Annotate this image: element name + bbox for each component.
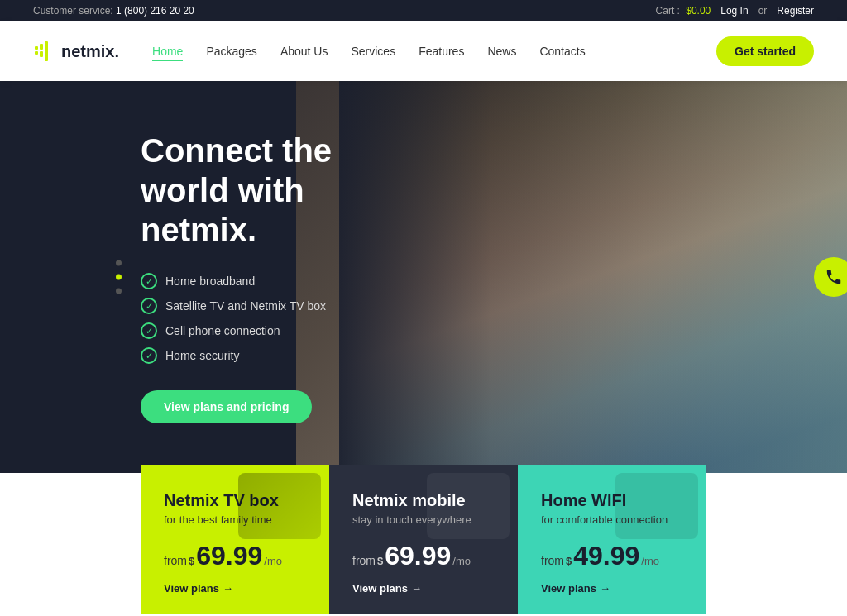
top-bar-right: Cart : $0.00 Log In or Register	[656, 5, 814, 17]
nav-item-contacts[interactable]: Contacts	[539, 44, 585, 59]
nav-item-packages[interactable]: Packages	[206, 44, 256, 59]
arrow-icon-2: →	[411, 582, 422, 595]
nav-item-home[interactable]: Home	[152, 44, 183, 59]
card-tv-box: Netmix TV box for the best family time f…	[141, 465, 329, 614]
feature-2: ✓ Satellite TV and Netmix TV box	[141, 298, 397, 314]
card-tv-box-dollar: $	[189, 556, 194, 566]
nav-item-services[interactable]: Services	[351, 44, 395, 59]
cards-section: Netmix TV box for the best family time f…	[141, 465, 706, 614]
feature-4: ✓ Home security	[141, 347, 397, 364]
nav-link-packages[interactable]: Packages	[206, 45, 256, 58]
card-wifi-link[interactable]: View plans →	[541, 582, 683, 595]
card-wifi: Home WIFI for comfortable connection fro…	[518, 465, 706, 614]
nav-link-about[interactable]: About Us	[280, 45, 328, 58]
card-wifi-dollar: $	[566, 556, 572, 566]
card-tv-box-price-row: from $ 69.99 /mo	[164, 542, 306, 569]
card-mobile-link[interactable]: View plans →	[352, 582, 495, 595]
check-icon-4: ✓	[141, 347, 157, 364]
card-tv-box-link[interactable]: View plans →	[164, 582, 306, 595]
hero-content: Connect the world with netmix. ✓ Home br…	[0, 81, 430, 473]
cart-label: Cart : $0.00	[656, 5, 711, 17]
nav-item-news[interactable]: News	[487, 44, 516, 59]
arrow-icon-3: →	[600, 582, 610, 595]
feature-1: ✓ Home broadband	[141, 273, 397, 289]
svg-rect-1	[35, 51, 38, 55]
nav-link-features[interactable]: Features	[419, 45, 464, 58]
slide-dot-2[interactable]	[116, 275, 122, 280]
card-wifi-per: /mo	[641, 555, 659, 567]
card-wifi-amount: 49.99	[573, 542, 639, 569]
card-mobile-price-row: from $ 69.99 /mo	[352, 542, 495, 569]
nav-links: Home Packages About Us Services Features…	[152, 44, 716, 59]
card-wifi-price-row: from $ 49.99 /mo	[541, 542, 683, 569]
svg-rect-0	[35, 46, 38, 50]
card-tv-box-per: /mo	[264, 555, 282, 567]
nav-link-services[interactable]: Services	[351, 45, 395, 58]
customer-service-label: Customer service:	[33, 5, 113, 17]
cart-amount: $0.00	[686, 5, 711, 17]
nav-item-about[interactable]: About Us	[280, 44, 328, 59]
slide-dot-3[interactable]	[116, 289, 122, 294]
login-link[interactable]: Log In	[720, 5, 748, 17]
phone-fab-button[interactable]	[814, 257, 847, 297]
phone-link[interactable]: 1 (800) 216 20 20	[116, 5, 194, 17]
nav-item-features[interactable]: Features	[419, 44, 464, 59]
check-icon-3: ✓	[141, 322, 157, 339]
top-bar: Customer service: 1 (800) 216 20 20 Cart…	[0, 0, 847, 21]
arrow-icon-1: →	[223, 582, 233, 595]
card-mobile: Netmix mobile stay in touch everywhere f…	[329, 465, 518, 614]
card-mobile-dollar: $	[377, 556, 383, 566]
nav-link-contacts[interactable]: Contacts	[539, 45, 585, 58]
nav-link-home[interactable]: Home	[152, 45, 183, 61]
slide-dots	[116, 260, 122, 294]
check-icon-2: ✓	[141, 298, 157, 314]
svg-rect-4	[45, 41, 48, 61]
logo-text: netmix.	[61, 42, 119, 61]
svg-rect-3	[40, 51, 43, 57]
register-link[interactable]: Register	[777, 5, 814, 17]
card-tv-box-from: from	[164, 554, 187, 567]
slide-dot-1[interactable]	[116, 260, 122, 266]
card-wifi-from: from	[541, 554, 564, 567]
nav-link-news[interactable]: News	[487, 45, 516, 58]
card-mobile-per: /mo	[452, 555, 471, 567]
view-plans-button[interactable]: View plans and pricing	[141, 390, 312, 423]
navbar: netmix. Home Packages About Us Services …	[0, 21, 847, 81]
feature-3: ✓ Cell phone connection	[141, 322, 397, 339]
card-mobile-amount: 69.99	[385, 542, 451, 569]
hero-title: Connect the world with netmix.	[141, 131, 397, 250]
logo-icon	[33, 40, 56, 63]
phone-icon	[825, 268, 843, 286]
logo[interactable]: netmix.	[33, 40, 119, 63]
card-tv-box-amount: 69.99	[196, 542, 262, 569]
hero-section: Connect the world with netmix. ✓ Home br…	[0, 81, 847, 473]
get-started-button[interactable]: Get started	[716, 36, 814, 66]
customer-service: Customer service: 1 (800) 216 20 20	[33, 5, 194, 17]
svg-rect-2	[40, 44, 43, 50]
check-icon-1: ✓	[141, 273, 157, 289]
card-mobile-from: from	[352, 554, 376, 567]
hero-features: ✓ Home broadband ✓ Satellite TV and Netm…	[141, 273, 397, 364]
